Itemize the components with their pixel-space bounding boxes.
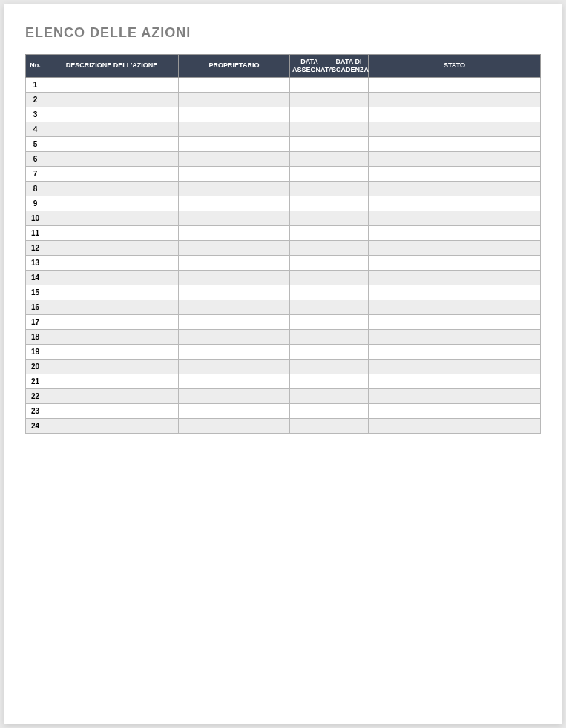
cell-status[interactable]: [369, 122, 541, 136]
cell-status[interactable]: [369, 107, 541, 122]
cell-due-date[interactable]: [329, 403, 369, 418]
cell-due-date[interactable]: [329, 388, 369, 403]
cell-due-date[interactable]: [329, 225, 369, 240]
cell-owner[interactable]: [179, 255, 290, 270]
cell-description[interactable]: [45, 359, 179, 374]
cell-description[interactable]: [45, 314, 179, 329]
cell-description[interactable]: [45, 77, 179, 92]
cell-assigned-date[interactable]: [290, 255, 329, 270]
cell-status[interactable]: [369, 225, 541, 240]
cell-owner[interactable]: [179, 374, 290, 388]
cell-assigned-date[interactable]: [290, 107, 329, 122]
cell-due-date[interactable]: [329, 122, 369, 136]
cell-assigned-date[interactable]: [290, 329, 329, 344]
cell-description[interactable]: [45, 329, 179, 344]
cell-description[interactable]: [45, 255, 179, 270]
cell-description[interactable]: [45, 107, 179, 122]
cell-owner[interactable]: [179, 92, 290, 107]
cell-owner[interactable]: [179, 136, 290, 151]
cell-status[interactable]: [369, 388, 541, 403]
cell-owner[interactable]: [179, 107, 290, 122]
cell-owner[interactable]: [179, 211, 290, 225]
cell-status[interactable]: [369, 403, 541, 418]
cell-due-date[interactable]: [329, 136, 369, 151]
cell-assigned-date[interactable]: [290, 136, 329, 151]
cell-due-date[interactable]: [329, 285, 369, 300]
cell-assigned-date[interactable]: [290, 314, 329, 329]
cell-owner[interactable]: [179, 285, 290, 300]
cell-owner[interactable]: [179, 240, 290, 255]
cell-status[interactable]: [369, 359, 541, 374]
cell-status[interactable]: [369, 211, 541, 225]
cell-owner[interactable]: [179, 196, 290, 211]
cell-owner[interactable]: [179, 181, 290, 196]
cell-description[interactable]: [45, 240, 179, 255]
cell-description[interactable]: [45, 344, 179, 359]
cell-status[interactable]: [369, 166, 541, 181]
cell-status[interactable]: [369, 374, 541, 388]
cell-status[interactable]: [369, 255, 541, 270]
cell-description[interactable]: [45, 211, 179, 225]
cell-assigned-date[interactable]: [290, 285, 329, 300]
cell-description[interactable]: [45, 388, 179, 403]
cell-description[interactable]: [45, 92, 179, 107]
cell-assigned-date[interactable]: [290, 196, 329, 211]
cell-due-date[interactable]: [329, 255, 369, 270]
cell-assigned-date[interactable]: [290, 211, 329, 225]
cell-owner[interactable]: [179, 77, 290, 92]
cell-status[interactable]: [369, 196, 541, 211]
cell-status[interactable]: [369, 344, 541, 359]
cell-assigned-date[interactable]: [290, 418, 329, 433]
cell-due-date[interactable]: [329, 314, 369, 329]
cell-assigned-date[interactable]: [290, 374, 329, 388]
cell-assigned-date[interactable]: [290, 225, 329, 240]
cell-assigned-date[interactable]: [290, 403, 329, 418]
cell-due-date[interactable]: [329, 211, 369, 225]
cell-owner[interactable]: [179, 344, 290, 359]
cell-due-date[interactable]: [329, 359, 369, 374]
cell-assigned-date[interactable]: [290, 181, 329, 196]
cell-due-date[interactable]: [329, 92, 369, 107]
cell-status[interactable]: [369, 92, 541, 107]
cell-status[interactable]: [369, 418, 541, 433]
cell-owner[interactable]: [179, 329, 290, 344]
cell-due-date[interactable]: [329, 181, 369, 196]
cell-assigned-date[interactable]: [290, 240, 329, 255]
cell-description[interactable]: [45, 403, 179, 418]
cell-assigned-date[interactable]: [290, 92, 329, 107]
cell-status[interactable]: [369, 181, 541, 196]
cell-assigned-date[interactable]: [290, 344, 329, 359]
cell-status[interactable]: [369, 285, 541, 300]
cell-status[interactable]: [369, 329, 541, 344]
cell-status[interactable]: [369, 300, 541, 314]
cell-description[interactable]: [45, 225, 179, 240]
cell-assigned-date[interactable]: [290, 270, 329, 285]
cell-due-date[interactable]: [329, 151, 369, 166]
cell-description[interactable]: [45, 181, 179, 196]
cell-due-date[interactable]: [329, 77, 369, 92]
cell-description[interactable]: [45, 151, 179, 166]
cell-owner[interactable]: [179, 314, 290, 329]
cell-due-date[interactable]: [329, 196, 369, 211]
cell-status[interactable]: [369, 270, 541, 285]
cell-status[interactable]: [369, 314, 541, 329]
cell-assigned-date[interactable]: [290, 300, 329, 314]
cell-assigned-date[interactable]: [290, 359, 329, 374]
cell-assigned-date[interactable]: [290, 166, 329, 181]
cell-owner[interactable]: [179, 270, 290, 285]
cell-due-date[interactable]: [329, 240, 369, 255]
cell-due-date[interactable]: [329, 374, 369, 388]
cell-owner[interactable]: [179, 122, 290, 136]
cell-owner[interactable]: [179, 151, 290, 166]
cell-assigned-date[interactable]: [290, 388, 329, 403]
cell-status[interactable]: [369, 136, 541, 151]
cell-owner[interactable]: [179, 300, 290, 314]
cell-status[interactable]: [369, 77, 541, 92]
cell-owner[interactable]: [179, 388, 290, 403]
cell-assigned-date[interactable]: [290, 122, 329, 136]
cell-description[interactable]: [45, 196, 179, 211]
cell-assigned-date[interactable]: [290, 77, 329, 92]
cell-description[interactable]: [45, 418, 179, 433]
cell-description[interactable]: [45, 374, 179, 388]
cell-description[interactable]: [45, 122, 179, 136]
